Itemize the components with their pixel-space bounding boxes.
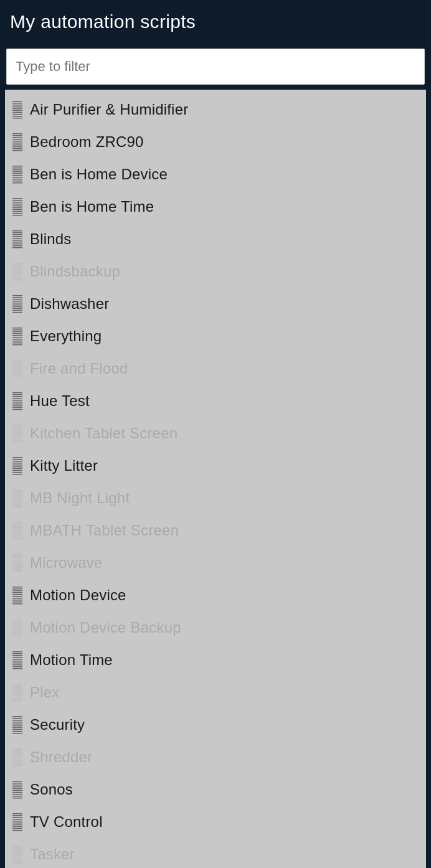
svg-rect-154 [12,594,22,595]
svg-rect-112 [12,461,22,462]
list-item[interactable]: Bedroom ZRC90 [5,126,426,158]
svg-rect-51 [12,265,22,266]
svg-rect-33 [12,204,22,205]
svg-rect-227 [12,826,22,828]
svg-rect-200 [12,748,22,750]
script-icon [7,293,27,315]
list-item[interactable]: Motion Device [5,579,426,611]
svg-rect-68 [12,310,22,311]
list-item[interactable]: Motion Time [5,644,426,676]
svg-rect-216 [12,792,22,793]
list-item[interactable]: TV Control [5,806,426,838]
svg-rect-107 [12,438,22,439]
list-item[interactable]: Microwave [5,547,426,579]
svg-rect-98 [12,407,22,408]
list-item[interactable]: MB Night Light [5,482,426,514]
list-item[interactable]: Hue Test [5,385,426,417]
item-label: Dishwasher [30,295,109,313]
svg-rect-168 [12,634,22,635]
svg-rect-56 [12,274,22,275]
svg-rect-186 [12,695,22,696]
list-item[interactable]: Blinds [5,223,426,255]
svg-rect-31 [12,200,22,201]
list-item[interactable]: Ben is Home Time [5,191,426,223]
svg-rect-142 [12,558,22,559]
svg-rect-29 [12,182,22,184]
svg-rect-122 [12,493,22,494]
page-title: My automation scripts [10,11,421,32]
svg-rect-1 [12,103,22,104]
svg-rect-235 [12,855,22,856]
list-item[interactable]: Everything [5,320,426,352]
svg-rect-3 [12,106,22,108]
svg-rect-140 [12,554,22,555]
search-input[interactable] [16,59,415,75]
list-item[interactable]: Air Purifier & Humidifier [5,93,426,126]
svg-rect-8 [12,116,22,117]
svg-rect-137 [12,535,22,536]
list-item[interactable]: Shredder [5,741,426,773]
svg-rect-96 [12,403,22,405]
svg-rect-123 [12,495,22,496]
list-item[interactable]: Dishwasher [5,288,426,320]
svg-rect-22 [12,169,22,171]
svg-rect-161 [12,621,22,622]
item-label: Hue Test [30,392,90,410]
svg-rect-55 [12,272,22,273]
svg-rect-7 [12,114,22,115]
list-item[interactable]: Motion Device Backup [5,611,426,644]
item-label: Microwave [30,554,103,572]
svg-rect-84 [12,367,22,369]
item-label: Motion Time [30,651,113,669]
svg-rect-176 [12,663,22,664]
svg-rect-109 [12,441,22,443]
list-item[interactable]: Kitty Litter [5,450,426,482]
svg-rect-106 [12,436,22,437]
svg-rect-167 [12,632,22,633]
list-item[interactable]: Kitchen Tablet Screen [5,417,426,450]
svg-rect-131 [12,524,22,525]
svg-rect-159 [12,603,22,605]
list-item[interactable]: Tasker [5,838,426,868]
item-label: Fire and Flood [30,360,128,377]
svg-rect-118 [12,472,22,473]
svg-rect-212 [12,785,22,786]
svg-rect-110 [12,457,22,458]
svg-rect-229 [12,830,22,831]
list-item[interactable]: Sonos [5,773,426,806]
svg-rect-228 [12,828,22,829]
scripts-list: Air Purifier & Humidifier Bedroom ZRC90 … [5,90,426,868]
item-label: Plex [30,684,60,701]
script-icon [7,228,27,250]
list-item[interactable]: Plex [5,676,426,709]
item-label: Security [30,716,85,734]
list-item[interactable]: Blindsbackup [5,255,426,288]
svg-rect-41 [12,232,22,234]
svg-rect-134 [12,529,22,531]
svg-rect-189 [12,701,22,702]
script-icon [7,681,27,704]
list-item[interactable]: Ben is Home Device [5,158,426,191]
list-item[interactable]: Security [5,709,426,741]
svg-rect-119 [12,474,22,475]
svg-rect-183 [12,689,22,691]
svg-rect-47 [12,243,22,245]
svg-rect-170 [12,651,22,653]
svg-rect-144 [12,562,22,563]
svg-rect-42 [12,234,22,235]
svg-rect-61 [12,297,22,298]
svg-rect-44 [12,238,22,239]
search-container[interactable] [6,49,425,85]
svg-rect-181 [12,686,22,687]
svg-rect-108 [12,440,22,441]
svg-rect-4 [12,108,22,110]
list-item[interactable]: Fire and Flood [5,352,426,385]
item-label: Everything [30,328,102,345]
item-label: Ben is Home Device [30,166,168,183]
list-item[interactable]: MBATH Tablet Screen [5,514,426,547]
svg-rect-15 [12,143,22,144]
svg-rect-213 [12,786,22,788]
svg-rect-180 [12,684,22,685]
svg-rect-136 [12,533,22,534]
svg-rect-150 [12,587,22,588]
